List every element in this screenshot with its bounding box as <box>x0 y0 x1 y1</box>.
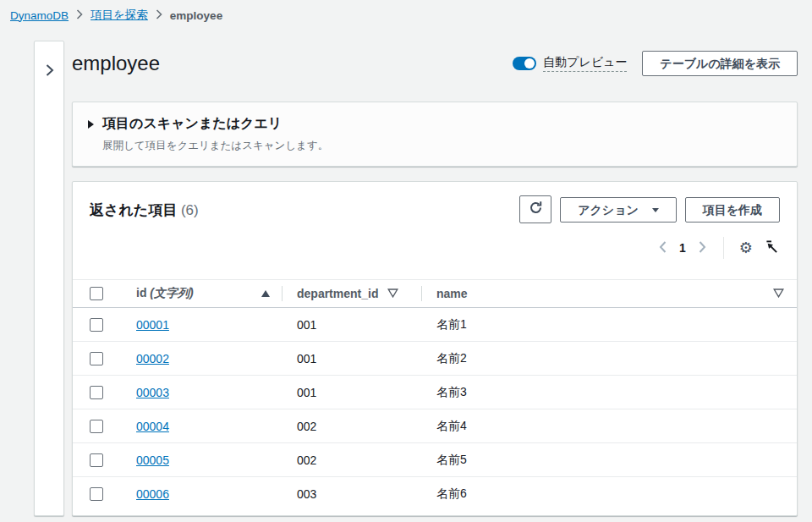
collapsed-sidebar <box>34 41 64 516</box>
name-cell: 名前1 <box>436 317 467 332</box>
toolbar-divider <box>723 237 724 259</box>
item-id-link[interactable]: 00005 <box>136 453 169 467</box>
row-checkbox[interactable] <box>90 386 103 399</box>
sidebar-expand-button[interactable] <box>41 60 58 83</box>
department-id-cell: 002 <box>297 453 316 467</box>
scan-query-expander[interactable]: 項目のスキャンまたはクエリ <box>88 115 780 133</box>
item-id-link[interactable]: 00002 <box>136 352 169 365</box>
chevron-left-icon <box>659 241 667 256</box>
collapse-view-button[interactable] <box>764 239 780 257</box>
name-cell: 名前5 <box>436 453 467 468</box>
chevron-right-icon <box>699 241 706 256</box>
name-cell: 名前6 <box>436 486 467 502</box>
toggle-knob <box>524 58 535 69</box>
row-checkbox[interactable] <box>90 420 103 433</box>
caret-down-icon <box>652 208 659 212</box>
table-row: 00002 001 名前2 <box>73 342 797 376</box>
breadcrumb-current: employee <box>170 9 222 22</box>
column-header-name[interactable]: name <box>421 287 797 301</box>
table-toolbar: 1 ⚙ <box>90 237 780 259</box>
breadcrumb-link-explore-items[interactable]: 項目を探索 <box>91 8 148 23</box>
collapse-arrow-icon <box>765 240 778 256</box>
triangle-down-outline-icon <box>773 288 784 300</box>
select-all-checkbox[interactable] <box>90 287 103 300</box>
sort-ascending-icon[interactable] <box>261 290 270 297</box>
name-cell: 名前3 <box>436 385 467 400</box>
returned-items-panel: 返された項目 (6) アクション <box>72 181 798 516</box>
page-title: employee <box>72 52 160 75</box>
view-table-details-button[interactable]: テーブルの詳細を表示 <box>642 51 798 76</box>
auto-preview-label[interactable]: 自動プレビュー <box>543 55 627 72</box>
filter-name-button[interactable] <box>772 287 785 301</box>
table-row: 00004 002 名前4 <box>73 409 797 443</box>
items-table: id (文字列) department_id name <box>73 279 797 511</box>
pagination-current-page[interactable]: 1 <box>679 241 686 255</box>
table-header-row: id (文字列) department_id name <box>73 279 797 308</box>
table-row: 00003 001 名前3 <box>73 376 797 409</box>
breadcrumb: DynamoDB 項目を探索 employee <box>10 8 222 23</box>
main-content: employee 自動プレビュー テーブルの詳細を表示 項目のスキャンまたはクエ… <box>72 47 798 516</box>
gear-icon: ⚙ <box>739 239 753 256</box>
item-id-link[interactable]: 00003 <box>136 386 169 399</box>
column-header-id[interactable]: id (文字列) <box>119 286 282 301</box>
name-cell: 名前4 <box>436 419 467 434</box>
scan-query-title: 項目のスキャンまたはクエリ <box>102 115 282 133</box>
auto-preview-toggle-group: 自動プレビュー <box>513 55 627 72</box>
pagination-prev-button[interactable] <box>657 239 668 257</box>
refresh-button[interactable] <box>519 195 551 223</box>
row-checkbox[interactable] <box>90 318 103 332</box>
items-count: (6) <box>181 202 199 218</box>
table-row: 00006 003 名前6 <box>73 477 797 511</box>
filter-department-button[interactable] <box>387 287 399 301</box>
items-actions: アクション 項目を作成 <box>519 195 780 223</box>
column-header-name-label: name <box>436 287 468 300</box>
triangle-down-outline-icon <box>387 288 398 300</box>
column-header-department-label: department_id <box>297 287 378 300</box>
table-row: 00005 002 名前5 <box>73 443 797 477</box>
chevron-right-icon <box>156 9 162 22</box>
department-id-cell: 003 <box>297 487 316 501</box>
actions-dropdown-button[interactable]: アクション <box>560 197 677 223</box>
name-cell: 名前2 <box>436 351 467 366</box>
column-header-department-id[interactable]: department_id <box>282 287 421 301</box>
items-title: 返された項目 (6) <box>90 195 199 220</box>
department-id-cell: 001 <box>297 318 316 332</box>
page-header: employee 自動プレビュー テーブルの詳細を表示 <box>72 47 798 80</box>
items-title-text: 返された項目 <box>90 202 177 218</box>
department-id-cell: 001 <box>297 352 316 365</box>
department-id-cell: 002 <box>297 420 316 433</box>
auto-preview-toggle[interactable] <box>513 57 536 70</box>
item-id-link[interactable]: 00001 <box>136 318 169 332</box>
row-checkbox[interactable] <box>90 487 103 501</box>
table-row: 00001 001 名前1 <box>73 308 797 342</box>
actions-dropdown-label: アクション <box>578 203 639 217</box>
create-item-button[interactable]: 項目を作成 <box>685 197 780 223</box>
preferences-button[interactable]: ⚙ <box>739 240 753 256</box>
chevron-right-icon <box>45 67 54 80</box>
item-id-link[interactable]: 00006 <box>136 487 169 501</box>
department-id-cell: 001 <box>297 386 316 399</box>
chevron-right-icon <box>76 9 83 22</box>
row-checkbox[interactable] <box>90 453 103 467</box>
item-id-link[interactable]: 00004 <box>136 420 169 433</box>
page-header-actions: 自動プレビュー テーブルの詳細を表示 <box>513 51 798 76</box>
refresh-icon <box>529 201 543 218</box>
breadcrumb-link-dynamodb[interactable]: DynamoDB <box>10 9 69 22</box>
scan-query-description: 展開して項目をクエリまたはスキャンします。 <box>102 139 780 153</box>
expand-triangle-icon <box>88 120 94 129</box>
column-header-id-label: id (文字列) <box>136 286 194 301</box>
row-checkbox[interactable] <box>90 352 103 365</box>
items-header: 返された項目 (6) アクション <box>73 182 797 259</box>
scan-query-panel: 項目のスキャンまたはクエリ 展開して項目をクエリまたはスキャンします。 <box>72 102 798 167</box>
pagination-next-button[interactable] <box>697 239 708 257</box>
